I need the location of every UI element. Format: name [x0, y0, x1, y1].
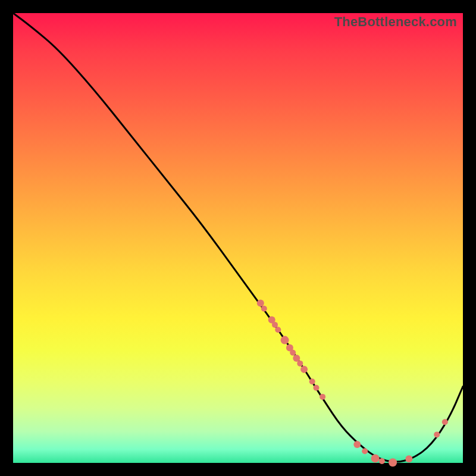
data-point — [272, 322, 278, 328]
data-point — [353, 441, 361, 448]
data-point — [300, 366, 308, 373]
data-point — [309, 378, 315, 384]
data-point — [261, 306, 267, 312]
data-point — [275, 327, 281, 333]
data-point — [379, 458, 385, 464]
data-point — [257, 300, 264, 307]
chart-svg — [13, 13, 463, 463]
data-point — [297, 361, 303, 367]
data-point — [293, 355, 300, 362]
data-point — [281, 336, 289, 345]
data-point — [389, 458, 397, 466]
data-point — [371, 454, 380, 462]
data-point — [434, 431, 440, 437]
chart-frame: TheBottleneck.com — [0, 0, 476, 476]
data-point — [442, 419, 448, 425]
data-point — [362, 448, 368, 454]
data-point — [290, 350, 296, 356]
plot-area: TheBottleneck.com — [13, 13, 463, 463]
data-point — [320, 394, 325, 400]
data-points-group — [257, 300, 448, 467]
data-point — [314, 385, 320, 391]
data-point — [405, 455, 412, 462]
bottleneck-curve — [13, 13, 463, 462]
